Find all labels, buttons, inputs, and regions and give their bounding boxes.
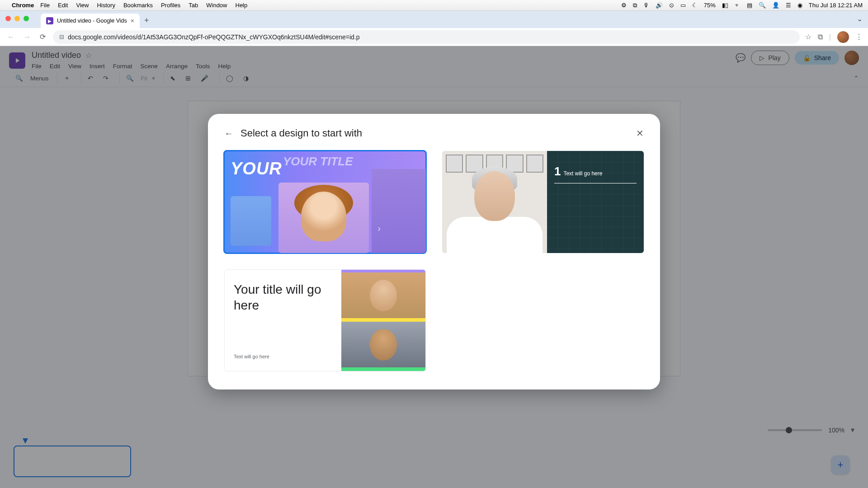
play-status-icon[interactable]: ⊙: [669, 2, 674, 9]
template1-photo-left: [231, 196, 271, 246]
chatgpt-icon[interactable]: ⚙︎: [621, 2, 627, 9]
window-zoom-button[interactable]: [24, 16, 29, 21]
window-close-button[interactable]: [5, 16, 11, 21]
calendar-icon[interactable]: ▤: [747, 2, 752, 9]
window-minimize-button[interactable]: [14, 16, 20, 21]
menubar-profiles[interactable]: Profiles: [161, 2, 180, 9]
browser-back-button[interactable]: ←: [5, 33, 16, 41]
menubar-file[interactable]: File: [40, 2, 50, 9]
mac-menubar: Chrome File Edit View History Bookmarks …: [0, 0, 868, 11]
tabs-dropdown-button[interactable]: ⌄: [857, 14, 863, 23]
tab-title: Untitled video - Google Vids: [57, 18, 127, 24]
chrome-tab-strip: ▶ Untitled video - Google Vids × + ⌄: [0, 11, 868, 28]
battery-label: 75%: [704, 2, 716, 9]
template2-panel: 1 Text will go here: [547, 151, 644, 253]
address-bar[interactable]: ⊟ docs.google.com/videos/d/1At53AGG3OnzQ…: [53, 30, 800, 44]
display-icon[interactable]: ▭: [680, 2, 686, 9]
window-controls: [5, 16, 29, 21]
tab-favicon: ▶: [46, 17, 53, 24]
browser-forward-button: →: [22, 33, 33, 41]
modal-overlay[interactable]: ← Select a design to start with ✕ YOUR T…: [0, 46, 868, 488]
design-template-1[interactable]: YOUR TITLE YOUR ›: [224, 151, 426, 253]
profile-avatar[interactable]: [837, 31, 849, 43]
url-text: docs.google.com/videos/d/1At53AGG3OnzQpF…: [68, 33, 359, 41]
template3-subtitle: Text will go here: [234, 354, 332, 359]
tab-close-button[interactable]: ×: [131, 17, 134, 24]
menubar-app-name[interactable]: Chrome: [12, 2, 34, 9]
modal-close-button[interactable]: ✕: [636, 128, 644, 139]
template1-person-face: [301, 192, 346, 241]
modal-back-button[interactable]: ←: [224, 128, 233, 139]
siri-icon[interactable]: ◉: [797, 2, 802, 9]
chevron-right-icon: ›: [377, 223, 381, 234]
extensions-icon[interactable]: ⧉: [818, 33, 823, 41]
menubar-bookmarks[interactable]: Bookmarks: [123, 2, 153, 9]
battery-icon[interactable]: ▮▯: [722, 2, 728, 9]
template1-photo-right: [372, 169, 426, 253]
mic-icon[interactable]: 🎙︎: [643, 2, 649, 9]
users-icon[interactable]: 👤: [772, 2, 779, 9]
menubar-clock[interactable]: Thu Jul 18 12:21 AM: [809, 2, 863, 9]
menubar-window[interactable]: Window: [206, 2, 227, 9]
browser-tab[interactable]: ▶ Untitled video - Google Vids ×: [41, 14, 140, 28]
menubar-help[interactable]: Help: [236, 2, 248, 9]
volume-icon[interactable]: 🔊: [656, 2, 663, 9]
spotlight-icon[interactable]: 🔍: [759, 2, 766, 9]
template3-images: [341, 270, 425, 371]
template1-title-ghost: YOUR TITLE: [283, 155, 353, 169]
template2-photo: [442, 151, 547, 253]
screenmirror-icon[interactable]: ⧉: [633, 2, 637, 9]
vids-app: Untitled video ☆ File Edit View Insert F…: [0, 46, 868, 488]
bookmark-star-icon[interactable]: ☆: [805, 33, 811, 41]
template2-number: 1: [554, 164, 561, 178]
chrome-menu-button[interactable]: ⋮: [855, 33, 863, 41]
menubar-tab[interactable]: Tab: [189, 2, 198, 9]
design-template-3[interactable]: Your title will go here Text will go her…: [224, 269, 426, 371]
browser-reload-button[interactable]: ⟳: [38, 33, 47, 41]
site-info-icon[interactable]: ⊟: [59, 33, 64, 40]
control-center-icon[interactable]: ☰: [786, 2, 791, 9]
design-template-2[interactable]: 1 Text will go here: [442, 151, 644, 253]
chrome-toolbar: ← → ⟳ ⊟ docs.google.com/videos/d/1At53AG…: [0, 28, 868, 46]
template1-title: YOUR: [231, 159, 282, 178]
menubar-edit[interactable]: Edit: [58, 2, 68, 9]
dnd-icon[interactable]: ☾: [692, 2, 698, 9]
menubar-history[interactable]: History: [97, 2, 115, 9]
wifi-icon[interactable]: ᯤ: [735, 2, 741, 9]
modal-title: Select a design to start with: [241, 127, 362, 139]
design-grid: YOUR TITLE YOUR ›: [224, 151, 644, 371]
template2-text: Text will go here: [563, 170, 602, 177]
design-picker-modal: ← Select a design to start with ✕ YOUR T…: [208, 114, 660, 389]
menubar-view[interactable]: View: [76, 2, 89, 9]
new-tab-button[interactable]: +: [144, 16, 149, 28]
template3-title: Your title will go here: [234, 282, 332, 313]
